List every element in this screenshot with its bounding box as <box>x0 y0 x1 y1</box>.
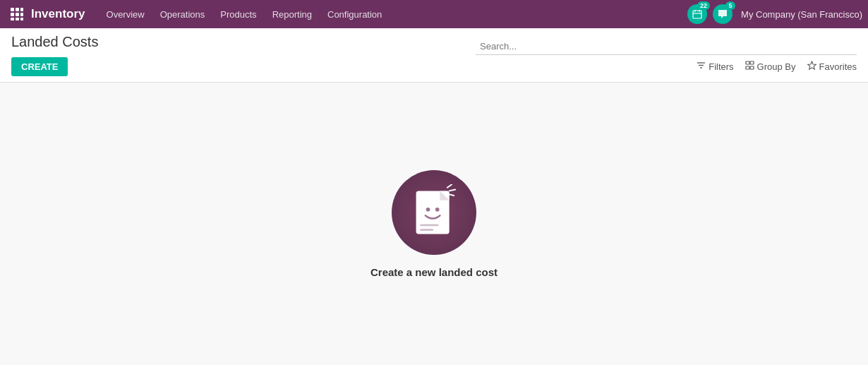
svg-rect-5 <box>20 13 23 16</box>
svg-rect-0 <box>11 8 14 11</box>
subheader-left: Landed Costs CREATE <box>11 34 98 76</box>
empty-icon-circle <box>392 170 476 255</box>
calendar-count: 22 <box>697 1 710 10</box>
filters-button[interactable]: Filters <box>697 61 733 72</box>
filters-label: Filters <box>709 61 733 72</box>
svg-rect-19 <box>750 66 754 69</box>
svg-line-21 <box>447 184 452 188</box>
svg-point-26 <box>426 207 430 211</box>
main-content: Create a new landed cost <box>0 83 868 365</box>
nav-operations[interactable]: Operations <box>153 5 212 24</box>
svg-rect-6 <box>11 18 14 20</box>
empty-state-label: Create a new landed cost <box>370 266 498 278</box>
svg-rect-18 <box>746 66 749 69</box>
groupby-button[interactable]: Group By <box>745 61 796 72</box>
favorites-icon <box>807 61 816 72</box>
calendar-badge[interactable]: 22 <box>687 4 707 24</box>
create-button[interactable]: CREATE <box>11 57 68 76</box>
top-navigation: Inventory Overview Operations Products R… <box>0 0 868 28</box>
svg-rect-1 <box>16 8 19 11</box>
svg-rect-16 <box>746 61 749 64</box>
svg-rect-7 <box>16 18 19 20</box>
app-brand[interactable]: Inventory <box>31 7 85 21</box>
favorites-label: Favorites <box>819 61 857 72</box>
groupby-label: Group By <box>757 61 796 72</box>
filter-bar: Filters Group By <box>697 61 857 72</box>
grid-menu-icon[interactable] <box>6 3 28 25</box>
messages-count: 5 <box>725 1 735 10</box>
svg-rect-3 <box>11 13 14 16</box>
svg-rect-28 <box>420 224 438 226</box>
subheader-right: Filters Group By <box>476 38 857 72</box>
subheader: Landed Costs CREATE Filters <box>0 28 868 83</box>
document-illustration <box>409 184 459 241</box>
svg-point-27 <box>435 207 440 211</box>
nav-configuration[interactable]: Configuration <box>320 5 389 24</box>
svg-rect-2 <box>20 8 23 11</box>
search-input[interactable] <box>476 38 857 55</box>
svg-rect-9 <box>693 11 701 18</box>
messages-icon-btn[interactable]: 5 <box>713 4 733 24</box>
svg-rect-17 <box>750 61 754 64</box>
groupby-icon <box>745 61 754 72</box>
svg-rect-4 <box>16 13 19 16</box>
svg-rect-8 <box>20 18 23 20</box>
svg-marker-20 <box>807 61 816 69</box>
nav-overview[interactable]: Overview <box>100 5 152 24</box>
filters-icon <box>697 61 706 72</box>
messages-badge[interactable]: 5 <box>713 4 733 24</box>
page-title: Landed Costs <box>11 34 98 50</box>
empty-state: Create a new landed cost <box>370 170 498 278</box>
svg-line-23 <box>449 194 454 196</box>
nav-menu: Overview Operations Products Reporting C… <box>100 5 688 24</box>
company-name[interactable]: My Company (San Francisco) <box>741 9 862 20</box>
nav-products[interactable]: Products <box>213 5 263 24</box>
topnav-right-section: 22 5 My Company (San Francisco) <box>687 4 862 24</box>
svg-rect-29 <box>420 229 433 231</box>
calendar-icon-btn[interactable]: 22 <box>687 4 707 24</box>
svg-line-22 <box>450 189 455 191</box>
nav-reporting[interactable]: Reporting <box>265 5 319 24</box>
favorites-button[interactable]: Favorites <box>807 61 857 72</box>
svg-rect-25 <box>440 191 449 200</box>
